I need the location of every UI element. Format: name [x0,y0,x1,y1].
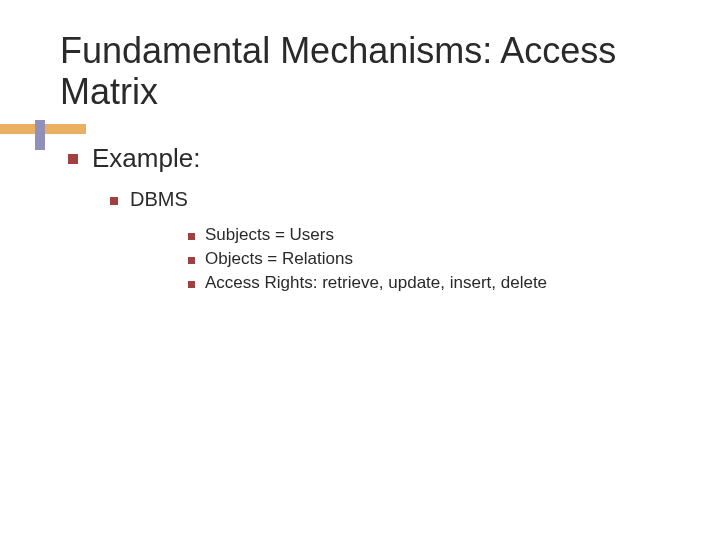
bullet-text-l3: Subjects = Users [205,225,334,245]
slide-container: Fundamental Mechanisms: Access Matrix Ex… [0,0,720,327]
bullet-text-l2: DBMS [130,188,188,211]
level2-group: DBMS Subjects = Users Objects = Relation… [68,188,670,293]
bullet-icon [188,233,195,240]
bullet-icon [110,197,118,205]
bullet-text-l1: Example: [92,143,200,174]
list-item: Example: [68,143,670,174]
list-item: DBMS [110,188,670,211]
title-area: Fundamental Mechanisms: Access Matrix [60,30,670,113]
bullet-icon [68,154,78,164]
bullet-text-l3: Objects = Relations [205,249,353,269]
bullet-icon [188,257,195,264]
content-area: Example: DBMS Subjects = Users Objects =… [60,143,670,293]
list-item: Access Rights: retrieve, update, insert,… [188,273,670,293]
list-item: Objects = Relations [188,249,670,269]
slide-title: Fundamental Mechanisms: Access Matrix [60,30,670,113]
title-accent-vertical [35,120,45,150]
bullet-icon [188,281,195,288]
list-item: Subjects = Users [188,225,670,245]
level3-group: Subjects = Users Objects = Relations Acc… [110,225,670,293]
bullet-text-l3: Access Rights: retrieve, update, insert,… [205,273,547,293]
